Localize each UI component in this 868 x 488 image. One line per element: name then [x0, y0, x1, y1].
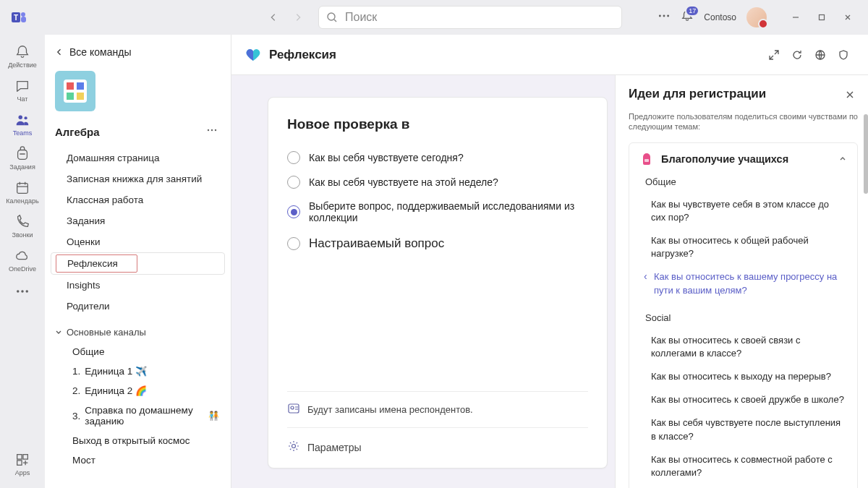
channel-unit-2[interactable]: 2.Единица 2🌈 — [51, 381, 225, 401]
sidebar-item-notebook[interactable]: Записная книжка для занятий — [51, 168, 225, 189]
rail-activity[interactable]: Действие — [2, 39, 43, 72]
question-item[interactable]: Как вы относитесь к выходу на перерыв? — [639, 365, 847, 388]
sidebar-item-assignments[interactable]: Задания — [51, 210, 225, 231]
team-more-button[interactable] — [203, 121, 221, 142]
question-item[interactable]: Как вы относитесь к общей рабочей нагруз… — [639, 229, 847, 265]
svg-point-30 — [292, 445, 296, 448]
settings-row[interactable]: Параметры — [287, 427, 588, 468]
window-close-button[interactable] — [836, 6, 859, 29]
expand-button[interactable] — [762, 43, 786, 67]
channel-general[interactable]: Общие — [51, 342, 225, 361]
channel-unit-1[interactable]: 1.Единица 1✈️ — [51, 361, 225, 381]
id-badge-icon — [287, 402, 300, 417]
scrollbar-thumb[interactable] — [864, 114, 868, 194]
avatar[interactable] — [746, 7, 767, 27]
rail-chat[interactable]: Чат — [2, 73, 43, 106]
app-rail: Действие Чат Teams Задания Календарь Зво… — [0, 35, 45, 488]
rail-teams[interactable]: Teams — [2, 107, 43, 140]
search-input[interactable]: Поиск — [318, 6, 622, 29]
more-options-button[interactable] — [658, 9, 671, 25]
svg-point-2 — [21, 12, 25, 17]
ideas-subtitle: Предложите пользователям поделиться свои… — [629, 111, 858, 132]
reload-button[interactable] — [786, 43, 809, 67]
team-avatar[interactable] — [55, 71, 95, 111]
close-button[interactable] — [842, 87, 858, 106]
svg-point-29 — [291, 406, 294, 409]
rail-calendar[interactable]: Календарь — [2, 175, 43, 207]
reflect-heart-icon — [244, 46, 262, 64]
svg-rect-18 — [17, 461, 22, 465]
rail-assignments[interactable]: Задания — [2, 141, 43, 174]
window-minimize-button[interactable] — [784, 6, 807, 29]
window-maximize-button[interactable] — [810, 6, 833, 29]
calendar-icon — [14, 179, 31, 197]
rail-calls[interactable]: Звонки — [2, 209, 43, 241]
question-item-selected[interactable]: Как вы относитесь к вашему прогрессу на … — [639, 265, 847, 301]
chat-icon — [14, 77, 31, 95]
channels-header[interactable]: Основные каналы — [51, 317, 225, 342]
radio-icon — [287, 176, 300, 189]
option-today[interactable]: Как вы себя чувствуете сегодня? — [287, 145, 588, 170]
ideas-title: Идеи для регистрации — [629, 87, 766, 101]
people-icon — [14, 111, 31, 129]
category-student-wellbeing: Благополучие учащихся Общие Как вы чувст… — [629, 142, 858, 488]
tab-header: Рефлексия — [231, 35, 868, 75]
tab-title: Рефлексия — [269, 48, 336, 62]
question-item[interactable]: Как вы чувствуете себя в этом классе до … — [639, 193, 847, 229]
teams-logo-icon: T — [9, 7, 29, 27]
question-item[interactable]: Как вы относитесь к своей связи с коллег… — [639, 329, 847, 365]
nav-back-button[interactable] — [262, 6, 285, 29]
org-label[interactable]: Contoso — [704, 12, 736, 22]
svg-point-15 — [26, 290, 29, 293]
svg-rect-17 — [23, 455, 27, 459]
globe-button[interactable] — [809, 43, 832, 67]
bell-icon — [14, 43, 31, 61]
shield-button[interactable] — [832, 43, 855, 67]
radio-icon — [287, 237, 300, 250]
chevron-left-icon — [55, 48, 64, 56]
svg-point-24 — [208, 129, 209, 131]
gear-icon — [287, 440, 300, 455]
ideas-panel: Идеи для регистрации Предложите пользова… — [615, 75, 868, 488]
back-all-teams[interactable]: Все команды — [51, 43, 225, 61]
option-custom[interactable]: Настраиваемый вопрос — [287, 229, 588, 261]
notification-badge: 17 — [685, 5, 699, 17]
sidebar-item-insights[interactable]: Insights — [51, 275, 225, 296]
sidebar-item-classwork[interactable]: Классная работа — [51, 189, 225, 210]
team-title: Алгебра — [55, 126, 100, 138]
notifications-button[interactable]: 17 — [681, 9, 694, 25]
search-placeholder: Поиск — [345, 11, 377, 24]
svg-point-10 — [24, 116, 27, 119]
question-item[interactable]: Как вы относитесь к совместной работе с … — [639, 448, 847, 484]
chevron-up-icon — [838, 153, 847, 166]
svg-rect-16 — [17, 455, 22, 459]
svg-rect-22 — [67, 93, 74, 100]
channel-spacewalk[interactable]: Выход в открытый космос — [51, 431, 225, 450]
sidebar-item-reflect[interactable]: Рефлексия — [51, 252, 225, 275]
question-item[interactable]: Как вы себя чувствуете после выступления… — [639, 411, 847, 448]
rail-more[interactable] — [2, 278, 43, 303]
nav-forward-button[interactable] — [286, 6, 310, 29]
option-collection[interactable]: Выберите вопрос, поддерживаемый исследов… — [287, 194, 588, 229]
sidebar-item-parents[interactable]: Родители — [51, 296, 225, 317]
rainbow-icon: 🌈 — [135, 385, 147, 396]
question-item[interactable]: Как вы относитесь к своей дружбе в школе… — [639, 388, 847, 411]
airplane-icon: ✈️ — [135, 366, 147, 377]
option-week[interactable]: Как вы себя чувствуете на этой неделе? — [287, 170, 588, 194]
sidebar-item-grades[interactable]: Оценки — [51, 231, 225, 252]
channel-bridge[interactable]: Мост — [51, 450, 225, 470]
svg-rect-20 — [67, 82, 74, 90]
title-bar: T Поиск 17 Contoso — [0, 0, 868, 35]
svg-point-4 — [328, 13, 335, 20]
sidebar-item-home[interactable]: Домашняя страница — [51, 147, 225, 168]
ellipsis-icon — [14, 283, 31, 300]
rail-apps[interactable]: Apps — [2, 447, 43, 479]
svg-point-6 — [663, 15, 665, 17]
svg-text:T: T — [14, 14, 18, 22]
channel-homework-help[interactable]: 3.Справка по домашнему заданию🧑‍🤝‍🧑 — [51, 401, 225, 431]
group-social: Social — [645, 312, 847, 323]
category-header[interactable]: Благополучие учащихся — [639, 152, 847, 166]
svg-point-14 — [21, 290, 24, 293]
svg-rect-21 — [77, 82, 84, 90]
rail-onedrive[interactable]: OneDrive — [2, 243, 43, 275]
